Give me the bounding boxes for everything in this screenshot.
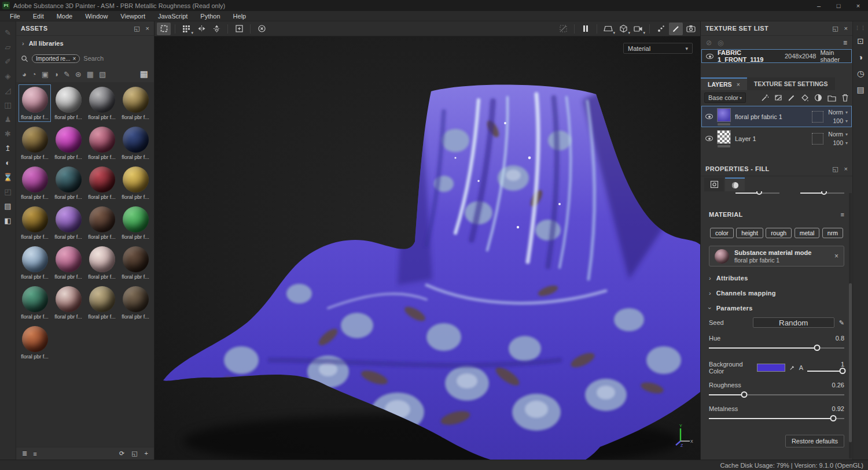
menu-item[interactable]: Help (227, 13, 253, 20)
reset-view-button[interactable] (255, 23, 269, 35)
paint-mode-button[interactable] (669, 23, 683, 35)
roughness-slider[interactable] (709, 391, 844, 398)
left-tool-icon[interactable]: ▱ (2, 40, 14, 53)
minimize-icon[interactable]: – (809, 0, 829, 11)
opacity-dropdown[interactable]: 100▾ (833, 139, 848, 146)
seed-random-button[interactable]: Random (753, 317, 834, 328)
visibility-eye-icon[interactable] (706, 54, 713, 59)
asset-item[interactable]: floral pbr f... (119, 244, 152, 282)
far-tool-icon[interactable]: ◷ (857, 69, 864, 78)
left-tool-icon[interactable]: ◧ (2, 214, 14, 227)
blend-mode-dropdown[interactable]: Norm▾ (828, 131, 848, 138)
close-icon[interactable]: × (848, 0, 868, 11)
menu-item[interactable]: Edit (27, 13, 50, 20)
layer-mask-slot[interactable] (812, 133, 823, 145)
texture-set-row[interactable]: FABRIC 1_FRONT_1119 2048x2048 Main shade… (701, 49, 852, 63)
menu-item[interactable]: Mode (50, 13, 79, 20)
left-tool-icon[interactable]: ◫ (2, 98, 14, 111)
panel-drag-handle[interactable]: ⋮⋮ (855, 25, 866, 31)
tab-properties-material[interactable] (725, 177, 745, 191)
opacity-dropdown[interactable]: 100▾ (833, 117, 848, 124)
restore-defaults-button[interactable]: Restore defaults (785, 435, 844, 447)
asset-item[interactable]: floral pbr f... (19, 324, 51, 361)
parameters-section[interactable]: › Parameters (709, 305, 844, 312)
seed-edit-pencil-icon[interactable]: ✎ (839, 319, 844, 327)
add-fill-layer-icon[interactable] (801, 94, 809, 102)
delete-layer-icon[interactable] (841, 94, 849, 102)
channel-toggle-button[interactable]: nrm (822, 228, 843, 238)
asset-item[interactable]: floral pbr f... (119, 204, 152, 242)
metalness-value[interactable]: 0.92 (832, 405, 844, 412)
layer-visibility-icon[interactable] (705, 114, 713, 119)
shading-mode-dropdown[interactable]: Material ▾ (623, 43, 693, 54)
asset-item[interactable]: floral pbr f... (19, 244, 51, 282)
channel-toggle-button[interactable]: height (736, 228, 763, 238)
open-folder-icon[interactable]: ◱ (131, 450, 137, 457)
tab-texture-set-settings[interactable]: TEXTURE SET SETTINGS (747, 77, 835, 90)
layer-mask-slot[interactable] (812, 111, 823, 123)
add-asset-icon[interactable]: + (145, 450, 148, 457)
asset-item[interactable]: floral pbr f... (52, 284, 84, 321)
asset-filter-icon[interactable]: ▦ (87, 70, 94, 79)
menu-item[interactable]: Python (194, 13, 226, 20)
tab-layers[interactable]: LAYERS × (701, 77, 747, 90)
tiling-mode-button[interactable]: ▾ (179, 23, 193, 35)
layer-row-fill[interactable]: floral pbr fabric 1 Norm▾ 100▾ (701, 106, 852, 127)
clipped-slider[interactable] (735, 191, 779, 197)
pause-engine-button[interactable] (579, 23, 593, 35)
menu-item[interactable]: Window (79, 13, 114, 20)
asset-item[interactable]: floral pbr f... (52, 124, 84, 162)
left-tool-icon[interactable]: ✎ (2, 26, 14, 39)
asset-filter-icon[interactable]: ◕ (22, 70, 27, 79)
hue-value[interactable]: 0.8 (836, 335, 844, 342)
left-tool-icon[interactable]: ↥ (2, 142, 14, 154)
asset-item[interactable]: floral pbr f... (19, 124, 51, 162)
viewport-display-button[interactable]: ▾ (601, 23, 615, 35)
add-smart-material-icon[interactable] (774, 94, 782, 102)
camera-button[interactable]: ▾ (631, 23, 645, 35)
channel-toggle-button[interactable]: rough (766, 228, 792, 238)
lazy-mouse-button[interactable] (556, 23, 570, 35)
solo-view-icon[interactable]: ◎ (718, 39, 723, 47)
layer-thumbnail[interactable] (717, 108, 731, 122)
asset-filter-icon[interactable]: ▣ (42, 70, 49, 79)
asset-filter-icon[interactable]: ✎ (64, 70, 70, 79)
alpha-slider[interactable] (807, 368, 844, 375)
asset-item[interactable]: floral pbr f... (86, 204, 118, 242)
refresh-assets-icon[interactable]: ⟳ (119, 450, 124, 457)
far-tool-icon[interactable]: ▤ (856, 85, 864, 94)
left-tool-icon[interactable]: ▤ (2, 199, 14, 212)
left-tool-icon[interactable]: ◿ (2, 84, 14, 97)
panel-popout-icon[interactable]: ◱ (832, 25, 838, 32)
material-slot[interactable]: Substance material mode floral pbr fabri… (709, 246, 844, 267)
channels-mapping-section[interactable]: › Channels mapping (709, 290, 844, 297)
asset-details-view-icon[interactable]: ≣ (22, 450, 27, 457)
asset-item[interactable]: floral pbr f... (19, 84, 51, 122)
screenshot-camera-button[interactable] (684, 23, 698, 35)
asset-compact-view-icon[interactable]: ≡ (33, 450, 36, 457)
asset-item[interactable]: floral pbr f... (19, 284, 51, 321)
texture-set-filter-icon[interactable]: ≡ (843, 39, 847, 47)
search-input[interactable] (83, 55, 124, 62)
asset-item[interactable]: floral pbr f... (119, 124, 152, 162)
panel-popout-icon[interactable]: ◱ (832, 165, 838, 173)
viewport-3d[interactable]: Material ▾ Y X Z (155, 36, 700, 460)
add-mask-icon[interactable] (814, 94, 822, 102)
left-tool-icon[interactable]: ◰ (2, 185, 14, 198)
asset-filter-icon[interactable]: ⊛ (75, 70, 82, 79)
grid-view-icon[interactable]: ▦ (140, 69, 148, 79)
asset-item[interactable]: floral pbr f... (52, 164, 84, 202)
left-tool-icon[interactable]: ◐ (2, 156, 14, 169)
material-filter-icon[interactable]: ≡ (841, 211, 844, 218)
channel-toggle-button[interactable]: metal (795, 228, 820, 238)
remove-material-icon[interactable]: × (834, 252, 838, 260)
attributes-section[interactable]: › Attributes (709, 275, 844, 282)
panel-close-icon[interactable]: × (844, 165, 848, 173)
left-tool-icon[interactable]: ◈ (2, 69, 14, 82)
asset-item[interactable]: floral pbr f... (86, 164, 118, 202)
maximize-icon[interactable]: □ (829, 0, 848, 11)
add-folder-icon[interactable] (827, 94, 836, 102)
add-effect-icon[interactable] (761, 94, 769, 102)
search-filter-tag[interactable]: Imported re... × (32, 54, 80, 63)
library-selector[interactable]: › All libraries (16, 36, 154, 51)
